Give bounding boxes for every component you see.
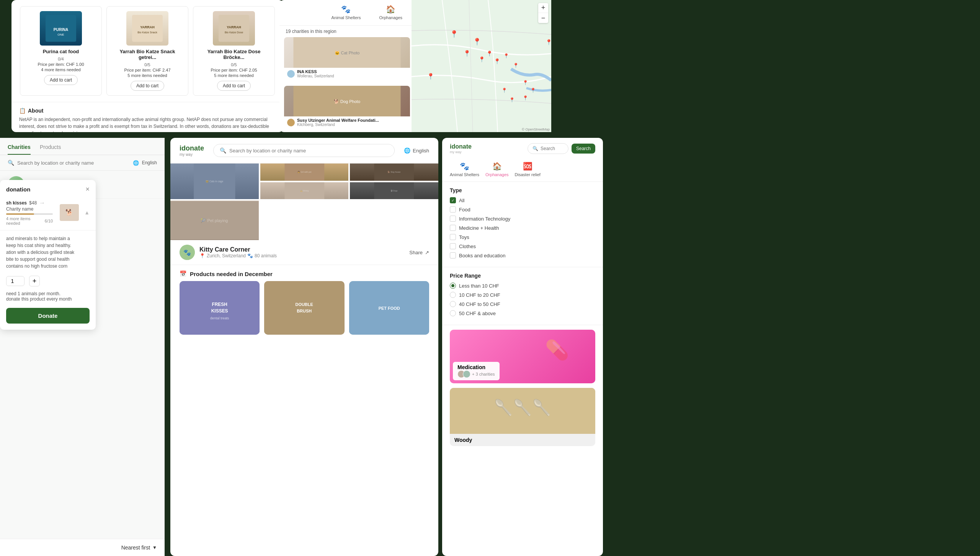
filter-option-all[interactable]: ✓ All [450,197,595,203]
filter-radio-price-1 [450,283,456,289]
modal-quantity-row: + [0,273,96,289]
map-container[interactable]: 📍 📍 📍 📍 📍 📍 📍 📍 📍 📍 📍 📍 📍 📍 📍 + − © Open… [412,0,551,132]
right-animal-shelters-icon: 🐾 [460,162,469,171]
filter-label-toys: Toys [459,234,469,240]
filter-checkbox-books [450,252,456,258]
center-logo: idonate my way [180,144,204,157]
filter-label-price-3: 40 CHF to 50 CHF [459,301,500,307]
center-search-bar[interactable]: 🔍 [213,144,395,157]
add-to-cart-btn-3[interactable]: Add to cart [217,81,251,91]
search-button[interactable]: Search [572,144,595,154]
product-price-2: Price per item: CHF 2.47 [124,68,170,72]
language-label[interactable]: English [142,160,157,165]
donate-button[interactable]: Donate [6,308,90,324]
hero-img-dog: 🐕 Dog house [350,164,438,181]
charity-card-3[interactable]: 🐕 Dog Photo Susy Utzinger Animal Welfare… [284,86,410,132]
filter-option-food[interactable]: Food [450,206,595,213]
filter-price-4[interactable]: 50 CHF & above [450,310,595,316]
product-center-3[interactable]: PET FOOD [349,281,429,335]
filter-checkbox-food [450,206,456,213]
svg-text:📍: 📍 [494,58,501,65]
right-nav-orphanages[interactable]: 🏠 Orphanages [485,162,509,177]
filter-option-toys[interactable]: Toys [450,234,595,240]
svg-text:🐕 Dog house: 🐕 Dog house [387,171,400,173]
modal-progress-bar [6,213,53,215]
hero-images: 🐱 Cats in cage 👧 Girl with pet 🐕 Dog hou… [170,164,438,240]
product-center-2[interactable]: DOUBLEBRUSH [264,281,344,335]
modal-item-image: 🐕 [60,204,79,221]
modal-recurrence: need 1 animals per month. donate this pr… [0,289,96,305]
right-search-bar[interactable]: 🔍 [528,143,568,154]
filter-label-books: Books and education [459,253,505,258]
sort-chevron-icon[interactable]: ▼ [152,545,157,550]
filter-radio-price-2 [450,292,456,298]
modal-close-btn[interactable]: × [85,185,90,193]
hero-img-girl: 👧 Girl with pet [260,164,349,181]
charity-card-1[interactable]: 🐱 Cat Photo INA KESS Wollerau, Switzerla… [284,37,410,83]
filter-price-2[interactable]: 10 CHF to 20 CHF [450,292,595,298]
modal-chevron-up-icon[interactable]: ▲ [84,209,90,216]
search-icon-right: 🔍 [532,146,538,151]
product-price-3: Price per item: CHF 2.05 [211,68,257,72]
tab-charities[interactable]: Charities [8,144,31,155]
share-icon: ↗ [425,250,429,255]
map-controls: + − [538,3,548,23]
product-needed-2: 5 more items needed [127,73,167,78]
filter-option-it[interactable]: Information Technology [450,216,595,222]
search-input[interactable] [17,160,130,166]
hero-img-hand: ✍️ Writing [260,182,349,200]
right-product-medication[interactable]: 💊 Medication + 3 charities [450,330,595,383]
right-nav-disaster-relief[interactable]: 🆘 Disaster relief [515,162,541,177]
nav-animal-shelters[interactable]: 🐾 Animal Shelters [328,3,364,22]
modal-quantity-input[interactable] [6,276,24,286]
svg-text:📍: 📍 [523,80,528,85]
right-search-input[interactable] [541,146,564,151]
animal-shelters-icon: 🐾 [341,5,351,14]
svg-text:📍: 📍 [503,53,509,59]
share-button[interactable]: Share ↗ [409,250,429,255]
svg-text:Bio Katze Dose: Bio Katze Dose [225,31,243,34]
charity-card-info-1: INA KESS Wollerau, Switzerland [284,68,410,80]
tab-products[interactable]: Products [40,144,61,155]
product-center-1[interactable]: FRESHKISSESdental treats [180,281,260,335]
svg-text:ONE: ONE [57,33,64,36]
hero-img-cats: 🐱 Cats in cage [170,164,259,199]
filter-option-medicine[interactable]: Medicine + Health [450,225,595,231]
svg-text:📍: 📍 [486,51,493,57]
modal-progress-fill [6,213,34,215]
product-card-1: PURINAONE Purina cat food 0/4 Price per … [20,6,102,96]
filter-radio-price-4 [450,310,456,316]
svg-text:📍: 📍 [509,97,515,103]
product-card-2: YARRAHBio Katze Snack Yarrah Bio Katze S… [106,6,188,96]
right-orphanages-icon: 🏠 [492,162,502,171]
svg-text:📍: 📍 [523,95,528,101]
center-panel: idonate my way 🔍 🌐 English 🐱 Cats in cag… [170,138,438,556]
type-filter-section: Type ✓ All Food Information Technology M… [442,182,603,267]
modal-qty-plus-btn[interactable]: + [29,276,40,286]
filter-option-clothes[interactable]: Clothes [450,243,595,249]
filter-label-medicine: Medicine + Health [459,225,499,231]
nav-orphanages[interactable]: 🏠 Orphanages [376,3,405,22]
filter-price-3[interactable]: 40 CHF to 50 CHF [450,301,595,307]
right-product-woody[interactable]: 🥄🥄🥄 Woody [450,388,595,446]
map-zoom-in[interactable]: + [538,3,548,13]
right-header: idonate my way 🔍 Search [442,138,603,157]
right-nav-animal-shelters[interactable]: 🐾 Animal Shelters [450,162,479,177]
map-zoom-out[interactable]: − [538,13,548,23]
filter-option-books[interactable]: Books and education [450,252,595,258]
add-to-cart-btn-1[interactable]: Add to cart [44,75,78,85]
donation-modal: donation × sh kisses $48 → Charity name … [0,180,96,330]
hero-img-pet-play: 🎾 Pet playing [170,201,259,240]
filter-price-1[interactable]: Less than 10 CHF [450,283,595,289]
charity-card-info-3: Susy Utzinger Animal Welfare Foundati...… [284,116,410,128]
charity-info-bar: 🐾 Kitty Care Corner 📍 Zurich, Switzerlan… [170,240,438,265]
filter-label-price-2: 10 CHF to 20 CHF [459,292,500,298]
svg-text:📍: 📍 [463,50,471,57]
charity-logo: 🐾 [180,245,195,260]
price-filter-title: Price Range [450,273,595,279]
add-to-cart-btn-2[interactable]: Add to cart [131,81,164,91]
svg-text:YARRAH: YARRAH [227,25,241,29]
orphanages-icon: 🏠 [386,5,395,14]
center-search-input[interactable] [229,148,388,154]
about-icon: 📋 [19,108,26,114]
